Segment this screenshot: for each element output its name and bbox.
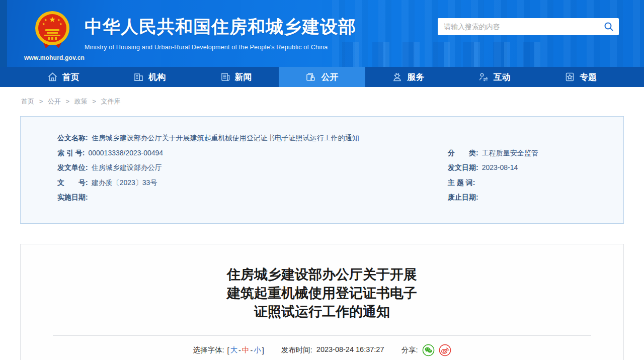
svg-text:★: ★: [57, 18, 60, 22]
category-label: 分 类:: [448, 146, 478, 161]
article-title-line2: 建筑起重机械使用登记证书电子: [21, 284, 623, 303]
home-icon: [47, 72, 58, 82]
national-emblem-logo: ★ ★ ★ ★ ★: [34, 10, 71, 53]
document-meta-card: 公文名称: 住房城乡建设部办公厅关于开展建筑起重机械使用登记证书电子证照试运行工…: [20, 116, 624, 224]
nav-tab-disclosure[interactable]: 公开: [279, 64, 365, 87]
svg-text:★: ★: [42, 22, 45, 26]
breadcrumb-separator: >: [92, 98, 96, 105]
breadcrumb-disclosure[interactable]: 公开: [48, 98, 61, 105]
issue-date-label: 发文日期:: [448, 160, 478, 175]
search-button[interactable]: [599, 18, 619, 35]
article-title-line3: 证照试运行工作的通知: [21, 303, 623, 321]
doc-number-value: 建办质〔2023〕33号: [92, 175, 157, 191]
site-header: ★ ★ ★ ★ ★ www.mohurd.gov.cn 中华人民共和国住房和城乡…: [0, 0, 644, 67]
svg-text:★: ★: [59, 22, 62, 26]
disclosure-icon: [305, 72, 316, 82]
doc-name-label: 公文名称:: [57, 131, 88, 146]
nav-tab-organization[interactable]: 机构: [106, 67, 192, 87]
font-size-small-link[interactable]: 小: [254, 345, 261, 355]
article-card: 住房城乡建设部办公厅关于开展 建筑起重机械使用登记证书电子 证照试运行工作的通知…: [20, 244, 624, 360]
site-title: 中华人民共和国住房和城乡建设部: [85, 15, 356, 39]
nav-tab-label: 互动: [494, 71, 511, 83]
bracket-open: [: [227, 346, 229, 354]
index-number-label: 索 引 号:: [57, 146, 85, 161]
doc-name-value: 住房城乡建设部办公厅关于开展建筑起重机械使用登记证书电子证照试运行工作的通知: [92, 131, 359, 146]
share-bar: 分享:: [401, 344, 451, 356]
meta-row-docno-subject: 文 号: 建办质〔2023〕33号 主 题 词:: [57, 175, 603, 191]
header-background-building-lower: [342, 42, 553, 67]
organization-icon: [133, 72, 144, 82]
nav-tab-label: 首页: [62, 71, 79, 83]
search-input[interactable]: [438, 18, 599, 35]
topics-icon: [565, 72, 575, 82]
nav-tab-label: 机构: [148, 71, 166, 83]
publish-time-label: 发布时间:: [281, 345, 312, 355]
nav-tab-label: 专题: [580, 71, 597, 83]
main-nav: 首页 机构 新闻: [0, 67, 644, 87]
search-icon: [604, 22, 614, 32]
share-label: 分享:: [401, 345, 418, 355]
search-box: [438, 18, 619, 35]
nav-tab-label: 服务: [407, 71, 424, 83]
font-size-selector: 选择字体: [ 大 - 中 - 小 ]: [193, 345, 264, 355]
wechat-share-icon[interactable]: [422, 344, 435, 356]
meta-row-doc-name: 公文名称: 住房城乡建设部办公厅关于开展建筑起重机械使用登记证书电子证照试运行工…: [57, 131, 603, 146]
article-title: 住房城乡建设部办公厅关于开展 建筑起重机械使用登记证书电子 证照试运行工作的通知: [21, 265, 623, 321]
meta-row-issuer-date: 发文单位: 住房城乡建设部办公厅 发文日期: 2023-08-14: [57, 160, 603, 175]
nav-tab-home[interactable]: 首页: [20, 67, 106, 87]
breadcrumb-home[interactable]: 首页: [21, 98, 34, 105]
issuer-label: 发文单位:: [57, 160, 88, 175]
service-icon: [392, 72, 403, 82]
font-select-label: 选择字体:: [193, 345, 224, 355]
dash: -: [238, 346, 241, 354]
site-title-english: Ministry of Housing and Urban-Rural Deve…: [85, 44, 356, 51]
svg-text:★: ★: [44, 18, 47, 22]
breadcrumb-document-library[interactable]: 文件库: [101, 98, 121, 105]
svg-text:★: ★: [49, 15, 55, 24]
article-toolbar: 选择字体: [ 大 - 中 - 小 ] 发布时间: 2023-08-24 16:…: [21, 344, 623, 356]
weibo-share-icon[interactable]: [439, 344, 451, 356]
issuer-value: 住房城乡建设部办公厅: [92, 160, 162, 175]
publish-time-value: 2023-08-24 16:37:27: [316, 345, 384, 355]
nav-tab-label: 公开: [321, 71, 338, 83]
news-icon: [220, 72, 230, 82]
subject-words-label: 主 题 词:: [448, 175, 475, 191]
breadcrumb-policy[interactable]: 政策: [74, 98, 88, 105]
breadcrumb-separator: >: [39, 98, 43, 105]
meta-row-index-category: 索 引 号: 000013338/2023-00494 分 类: 工程质量安全监…: [57, 146, 603, 161]
nav-tab-topics[interactable]: 专题: [538, 67, 624, 87]
title-separator: [53, 335, 591, 336]
meta-row-impl-repeal: 实施日期: 废止日期:: [57, 190, 603, 205]
repeal-date-label: 废止日期:: [448, 190, 478, 205]
breadcrumb: 首页 > 公开 > 政策 > 文件库: [21, 97, 624, 106]
index-number-value: 000013338/2023-00494: [88, 146, 163, 161]
nav-tab-interaction[interactable]: 互动: [451, 67, 537, 87]
category-value: 工程质量安全监管: [482, 146, 538, 161]
dash: -: [250, 346, 253, 354]
breadcrumb-separator: >: [65, 98, 69, 105]
implementation-date-label: 实施日期:: [57, 190, 88, 205]
nav-tab-services[interactable]: 服务: [365, 67, 451, 87]
interaction-icon: [478, 72, 489, 82]
font-size-medium-link[interactable]: 中: [242, 345, 250, 355]
header-left-strip: [0, 0, 7, 67]
doc-number-label: 文 号:: [57, 175, 88, 191]
nav-tab-label: 新闻: [235, 71, 252, 83]
site-url: www.mohurd.gov.cn: [24, 54, 80, 61]
site-brand: ★ ★ ★ ★ ★ www.mohurd.gov.cn 中华人民共和国住房和城乡…: [24, 7, 356, 61]
publish-time: 发布时间: 2023-08-24 16:37:27: [281, 345, 384, 355]
nav-tab-news[interactable]: 新闻: [193, 67, 279, 87]
issue-date-value: 2023-08-14: [482, 160, 518, 175]
bracket-close: ]: [262, 346, 264, 354]
article-title-line1: 住房城乡建设部办公厅关于开展: [21, 265, 623, 284]
font-size-large-link[interactable]: 大: [230, 345, 238, 355]
